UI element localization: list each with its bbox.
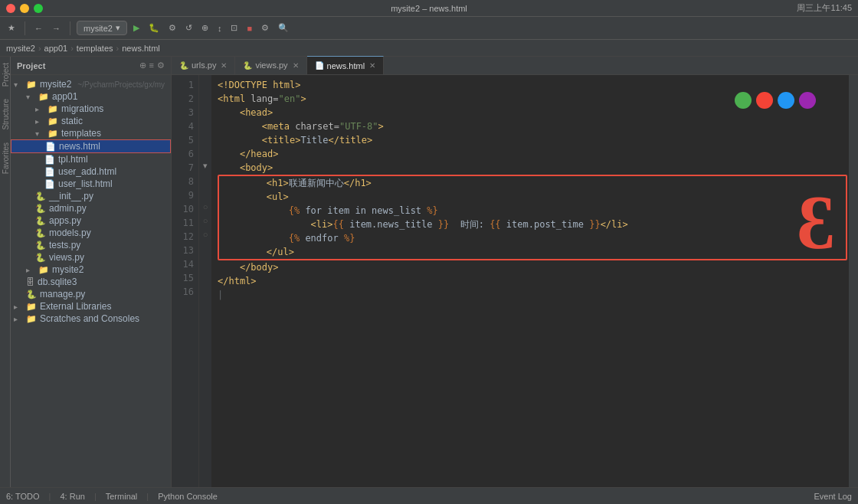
tree-item-useraddhtml[interactable]: 📄 user_add.html <box>11 165 171 178</box>
py-file-icon-views: 🐍 <box>243 61 252 70</box>
close-button[interactable] <box>6 4 15 13</box>
tree-item-mysite2[interactable]: ▾ 📁 mysite2 ~/PycharmProjects/gx/my <box>11 78 171 90</box>
tree-item-managepy[interactable]: 🐍 manage.py <box>11 288 171 300</box>
tree-item-templates[interactable]: ▾ 📁 templates <box>11 127 171 139</box>
bottom-terminal[interactable]: Terminal <box>106 492 138 501</box>
left-tab-project[interactable]: Project <box>0 57 10 93</box>
scrollbar-gutter[interactable] <box>849 75 858 504</box>
run-button[interactable]: ▶ <box>130 21 142 34</box>
bottom-sep-1: | <box>49 492 51 501</box>
tab-label-newshtml: news.html <box>327 61 365 70</box>
tree-label-migrations: migrations <box>61 103 103 114</box>
nav-forward-button[interactable]: → <box>49 22 64 34</box>
tree-item-newshtml[interactable]: 📄 news.html <box>11 139 171 153</box>
nav-back-button[interactable]: ← <box>31 22 46 34</box>
toolbar-separator-2 <box>70 21 70 35</box>
breadcrumb-sep-2: › <box>70 44 74 53</box>
editor-tabs: 🐍 urls.py ✕ 🐍 views.py ✕ 📄 news.html ✕ <box>172 57 858 75</box>
tree-item-dbsqlite[interactable]: 🗄 db.sqlite3 <box>11 276 171 288</box>
settings-button[interactable]: ⚙ <box>258 21 272 34</box>
breadcrumb-app01[interactable]: app01 <box>44 44 68 53</box>
sidebar-icon-1[interactable]: ⊕ <box>139 61 146 70</box>
tree-item-tplhtml[interactable]: 📄 tpl.html <box>11 153 171 165</box>
sidebar-title: Project <box>17 61 45 70</box>
tree-label-userlist: user_list.html <box>58 178 113 189</box>
db-icon: 🗄 <box>26 277 34 286</box>
bottom-run[interactable]: 4: Run <box>60 492 84 501</box>
close-tab-news[interactable]: ✕ <box>369 61 375 70</box>
folder-icon-scratches: 📁 <box>26 314 37 324</box>
tree-label-modelspy: models.py <box>49 227 91 238</box>
tree-label-app01: app01 <box>52 91 77 102</box>
breadcrumb-templates[interactable]: templates <box>77 44 113 53</box>
folder-icon-migrations: 📁 <box>47 104 58 114</box>
tree-item-adminpy[interactable]: 🐍 admin.py <box>11 202 171 214</box>
tree-item-app01[interactable]: ▾ 📁 app01 <box>11 90 171 103</box>
bottom-sep-2: | <box>94 492 97 501</box>
code-line-6: </head> <box>218 147 849 161</box>
tree-item-modelspy[interactable]: 🐍 models.py <box>11 227 171 239</box>
tree-arrow-static: ▸ <box>35 117 44 126</box>
title-bar: mysite2 – news.html 周三上午11:45 <box>0 0 858 17</box>
code-content[interactable]: <!DOCTYPE html> <html lang="en"> <head> … <box>211 75 849 504</box>
left-tab-structure[interactable]: Structure <box>0 93 10 136</box>
stop-button[interactable]: ■ <box>244 22 255 34</box>
close-tab-views[interactable]: ✕ <box>293 61 299 70</box>
tree-item-mysite2-2[interactable]: ▸ 📁 mysite2 <box>11 263 171 276</box>
browser-icons <box>735 92 816 109</box>
tree-label-dbsqlite: db.sqlite3 <box>38 277 77 287</box>
toolbar-action-4[interactable]: ⊡ <box>228 21 241 34</box>
tree-item-extlib[interactable]: ▸ 📁 External Libraries <box>11 300 171 313</box>
debug-button[interactable]: 🐛 <box>146 21 162 34</box>
bottom-python-console[interactable]: Python Console <box>158 492 218 501</box>
tree-label-static: static <box>61 116 83 126</box>
time-display: 周三上午11:45 <box>797 2 852 14</box>
breadcrumb-sep-1: › <box>38 44 41 53</box>
tree-arrow-scratches: ▸ <box>14 315 23 323</box>
code-editor[interactable]: 12345 678910 1112131415 16 ▾ ○ <box>172 75 858 504</box>
code-line-5: <title>Title</title> <box>218 133 849 147</box>
tree-item-static[interactable]: ▸ 📁 static <box>11 115 171 127</box>
close-tab-urls[interactable]: ✕ <box>221 61 227 70</box>
left-tab-favorites[interactable]: Favorites <box>0 136 10 180</box>
folder-icon-mysite2-2: 📁 <box>38 265 49 275</box>
html-icon-useradd: 📄 <box>44 167 55 177</box>
breadcrumb-mysite2[interactable]: mysite2 <box>6 44 35 53</box>
tree-item-userlisthtml[interactable]: 📄 user_list.html <box>11 178 171 190</box>
run-config-selector[interactable]: mysite2 ▾ <box>77 21 127 35</box>
tree-item-migrations[interactable]: ▸ 📁 migrations <box>11 103 171 115</box>
tree-label-extlib: External Libraries <box>40 301 111 312</box>
py-icon-admin: 🐍 <box>35 204 46 214</box>
run-config-label: mysite2 <box>84 24 113 33</box>
tree-label-initpy: __init__.py <box>49 191 93 201</box>
tree-arrow-mysite2-2: ▸ <box>26 266 35 274</box>
maximize-button[interactable] <box>34 4 43 13</box>
toolbar-action-3[interactable]: ↕ <box>215 22 225 34</box>
toolbar-action-1[interactable]: ↺ <box>182 21 195 34</box>
chevron-down-icon: ▾ <box>116 23 120 33</box>
sidebar-icon-3[interactable]: ⚙ <box>157 61 165 70</box>
tree-item-viewspy[interactable]: 🐍 views.py <box>11 251 171 263</box>
tree-item-initpy[interactable]: 🐍 __init__.py <box>11 190 171 202</box>
search-everywhere-button[interactable]: 🔍 <box>275 21 292 34</box>
tree-item-scratches[interactable]: ▸ 📁 Scratches and Consoles <box>11 313 171 325</box>
bottom-todo[interactable]: 6: TODO <box>6 492 40 501</box>
tab-newshtml[interactable]: 📄 news.html ✕ <box>307 56 385 74</box>
tree-item-appspy[interactable]: 🐍 apps.py <box>11 214 171 227</box>
sidebar-header-icons: ⊕ ≡ ⚙ <box>139 61 165 70</box>
toolbar-action-2[interactable]: ⊕ <box>198 21 211 34</box>
code-line-1: <!DOCTYPE html> <box>218 78 849 92</box>
breadcrumb-newshtml[interactable]: news.html <box>122 44 160 53</box>
build-button[interactable]: ⚙ <box>165 21 179 34</box>
py-icon-init: 🐍 <box>35 191 46 201</box>
tree-item-testspy[interactable]: 🐍 tests.py <box>11 239 171 251</box>
highlighted-code-block: <h1>联通新闻中心</h1> <ul> {% for item in news… <box>218 175 847 260</box>
html-file-icon-news: 📄 <box>315 61 324 70</box>
tab-urlspy[interactable]: 🐍 urls.py ✕ <box>172 56 235 74</box>
minimize-button[interactable] <box>20 4 29 13</box>
pycharm-logo[interactable]: ★ <box>5 21 18 34</box>
sidebar-icon-2[interactable]: ≡ <box>149 61 154 70</box>
editor-area: 🐍 urls.py ✕ 🐍 views.py ✕ 📄 news.html ✕ <box>172 57 858 504</box>
event-log[interactable]: Event Log <box>814 492 852 501</box>
tab-viewspy[interactable]: 🐍 views.py ✕ <box>235 56 306 74</box>
